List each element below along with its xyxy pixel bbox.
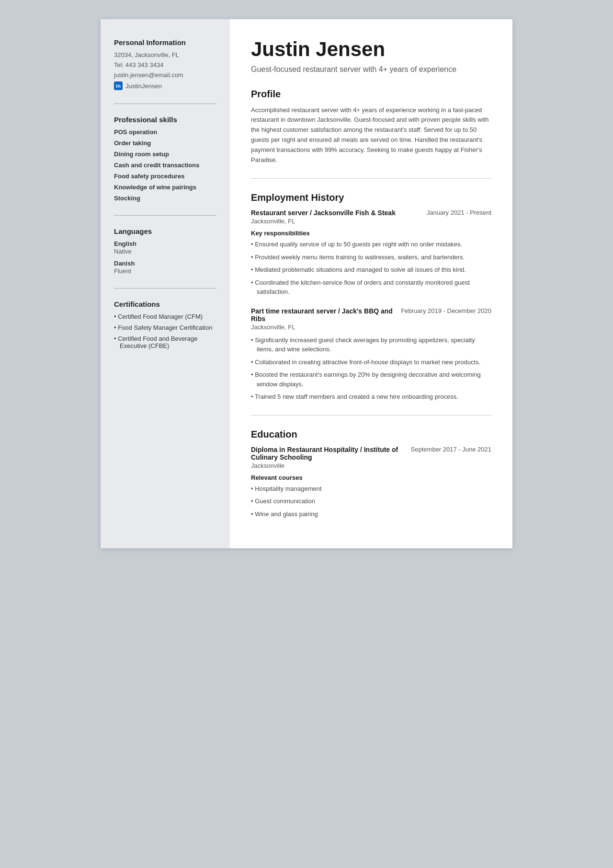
lang-2-level: Fluent xyxy=(114,267,216,275)
job-1-bullet-1: • Ensured quality service of up to 50 gu… xyxy=(251,240,491,249)
job-2-header: Part time restaurant server / Jack's BBQ… xyxy=(251,307,491,323)
profile-text: Accomplished restaurant server with 4+ y… xyxy=(251,105,491,165)
certifications-section: Certifications • Certified Food Manager … xyxy=(114,300,216,349)
course-1: • Hospitality management xyxy=(251,484,491,494)
job-2-bullet-3: • Boosted the restaurant's earnings by 2… xyxy=(251,370,491,389)
divider-2 xyxy=(114,215,216,216)
courses-label: Relevant courses xyxy=(251,474,491,481)
skill-5: Food safety procedures xyxy=(114,173,216,180)
job-2-bullet-1: • Significantly increased guest check av… xyxy=(251,336,491,354)
linkedin-row: in JustinJensen xyxy=(114,81,216,90)
skill-6: Knowledge of wine pairings xyxy=(114,184,216,191)
linkedin-icon: in xyxy=(114,81,123,90)
lang-1-level: Native xyxy=(114,248,216,255)
skills-section: Professional skills POS operation Order … xyxy=(114,116,216,202)
divider-1 xyxy=(114,104,216,104)
job-1: Restaurant server / Jacksonville Fish & … xyxy=(251,209,491,297)
job-2: Part time restaurant server / Jack's BBQ… xyxy=(251,307,491,402)
edu-1-header: Diploma in Restaurant Hospitality / Inst… xyxy=(251,446,491,461)
job-1-bullet-2: • Provided weekly menu items training to… xyxy=(251,253,491,262)
job-1-dates: January 2021 - Present xyxy=(427,209,491,216)
cert-1: • Certified Food Manager (CFM) xyxy=(114,313,216,320)
lang-1-name: English xyxy=(114,240,216,247)
skill-4: Cash and credit transactions xyxy=(114,162,216,169)
sidebar: Personal Information 32034, Jacksonville… xyxy=(101,19,230,548)
linkedin-text: JustinJensen xyxy=(125,82,162,90)
job-2-bullet-4: • Trained 5 new staff members and create… xyxy=(251,392,491,402)
employment-title: Employment History xyxy=(251,192,491,203)
divider-employment xyxy=(251,178,491,179)
skill-7: Stocking xyxy=(114,195,216,202)
personal-info-title: Personal Information xyxy=(114,38,216,46)
skill-2: Order taking xyxy=(114,139,216,147)
education-1: Diploma in Restaurant Hospitality / Inst… xyxy=(251,446,491,519)
candidate-name: Justin Jensen xyxy=(251,38,491,60)
divider-3 xyxy=(114,288,216,289)
certifications-title: Certifications xyxy=(114,300,216,308)
cert-2: • Food Safety Manager Certification xyxy=(114,324,216,331)
job-1-responsibilities-label: Key responsibilities xyxy=(251,230,491,237)
course-3: • Wine and glass pairing xyxy=(251,509,491,519)
personal-info-section: Personal Information 32034, Jacksonville… xyxy=(114,38,216,90)
skill-3: Dining room setup xyxy=(114,150,216,158)
job-1-header: Restaurant server / Jacksonville Fish & … xyxy=(251,209,491,217)
job-2-title: Part time restaurant server / Jack's BBQ… xyxy=(251,307,401,323)
edu-1-title: Diploma in Restaurant Hospitality / Inst… xyxy=(251,446,411,461)
main-content: Justin Jensen Guest-focused restaurant s… xyxy=(230,19,512,548)
divider-education xyxy=(251,415,491,416)
candidate-tagline: Guest-focused restaurant server with 4+ … xyxy=(251,64,491,75)
job-2-location: Jacksonville, FL xyxy=(251,324,491,331)
job-1-title: Restaurant server / Jacksonville Fish & … xyxy=(251,209,396,217)
edu-1-location: Jacksonville xyxy=(251,462,491,469)
education-title: Education xyxy=(251,429,491,440)
address: 32034, Jacksonville, FL xyxy=(114,51,216,58)
job-2-dates: February 2019 - December 2020 xyxy=(401,307,491,314)
telephone: Tel: 443 343 3434 xyxy=(114,61,216,69)
profile-section-title: Profile xyxy=(251,89,491,100)
course-2: • Guest communication xyxy=(251,497,491,506)
lang-2-name: Danish xyxy=(114,260,216,267)
languages-title: Languages xyxy=(114,227,216,235)
skills-title: Professional skills xyxy=(114,116,216,124)
cert-3: • Certified Food and Beverage Executive … xyxy=(114,335,216,349)
job-1-location: Jacksonville, FL xyxy=(251,218,491,225)
job-1-bullet-4: • Coordinated the kitchen-service flow o… xyxy=(251,278,491,297)
edu-1-dates: September 2017 - June 2021 xyxy=(411,446,491,453)
languages-section: Languages English Native Danish Fluent xyxy=(114,227,216,275)
email: justin.jensen@email.com xyxy=(114,71,216,79)
job-2-bullet-2: • Collaborated in creating attractive fr… xyxy=(251,358,491,367)
resume-container: Personal Information 32034, Jacksonville… xyxy=(101,19,512,548)
skill-1: POS operation xyxy=(114,128,216,136)
job-1-bullet-3: • Mediated problematic situations and ma… xyxy=(251,265,491,275)
